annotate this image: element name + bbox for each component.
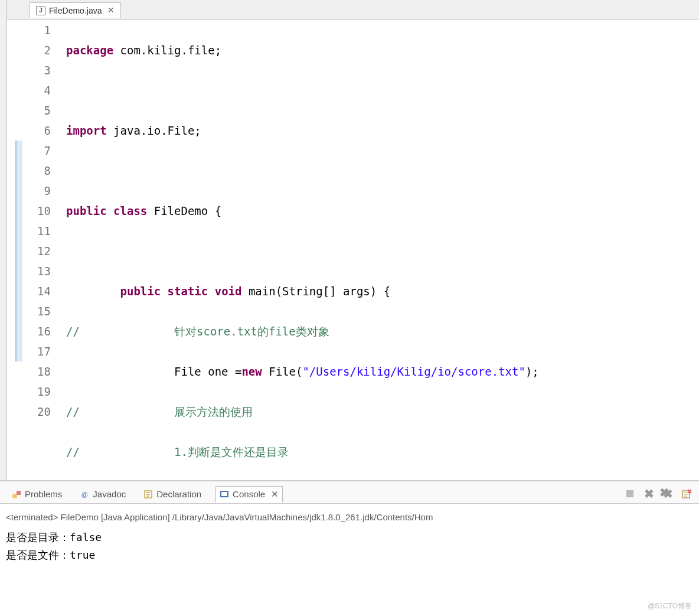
tab-declaration[interactable]: Declaration (140, 487, 205, 501)
watermark: @51CTO博客 (648, 601, 692, 611)
svg-rect-4 (221, 492, 227, 496)
line-number: 13 (25, 261, 51, 281)
clear-console-button[interactable] (680, 487, 693, 500)
problems-icon (12, 490, 21, 499)
view-tab-bar: Problems @ Javadoc Declaration Console ✕… (0, 481, 699, 504)
tab-label: Problems (25, 489, 62, 499)
java-file-icon: J (36, 6, 45, 15)
line-number: 18 (25, 361, 51, 382)
line-number: 19 (25, 382, 51, 402)
line-number: 4 (25, 80, 51, 100)
line-number: 12 (25, 241, 51, 261)
code-line[interactable] (66, 80, 699, 100)
line-number: 3 (25, 60, 51, 80)
bottom-panel: Problems @ Javadoc Declaration Console ✕… (0, 480, 699, 616)
line-number: 2 (25, 40, 51, 60)
tab-console[interactable]: Console ✕ (215, 486, 283, 503)
code-line[interactable]: File one =new File("/Users/kilig/Kilig/i… (66, 361, 699, 382)
editor-tab-bar: J FileDemo.java ✕ (7, 0, 699, 20)
code-editor[interactable]: 1 2 3 4 5 6 7 8 9 10 11 12 13 14 15 16 1… (7, 20, 699, 480)
console-launch-header: <terminated> FileDemo [Java Application]… (6, 509, 693, 526)
editor-pane: J FileDemo.java ✕ 1 2 3 4 5 6 7 (6, 0, 699, 480)
editor-tab-filedemo[interactable]: J FileDemo.java ✕ (30, 2, 121, 18)
line-number: 6 (25, 120, 51, 141)
code-line[interactable] (66, 241, 699, 261)
console-line: 是否是文件：true (6, 546, 693, 564)
line-number: 1 (25, 20, 51, 40)
svg-point-0 (12, 494, 17, 498)
line-number: 16 (25, 321, 51, 341)
line-number: 9 (25, 181, 51, 201)
tab-problems[interactable]: Problems (8, 487, 66, 501)
terminate-button[interactable] (623, 487, 636, 500)
line-number: 15 (25, 301, 51, 321)
line-number: 20 (25, 402, 51, 422)
line-number: 10 (25, 201, 51, 221)
tab-label: Console (233, 489, 265, 499)
line-number: 7 (25, 141, 51, 161)
declaration-icon (143, 490, 153, 499)
console-icon (220, 490, 229, 499)
svg-rect-1 (17, 491, 21, 495)
code-line[interactable]: package com.kilig.file; (66, 40, 699, 60)
line-number: 5 (25, 100, 51, 120)
left-toolbar-stub (0, 0, 6, 480)
line-number: 11 (25, 221, 51, 241)
tab-label: Javadoc (93, 489, 126, 499)
line-number-gutter: 1 2 3 4 5 6 7 8 9 10 11 12 13 14 15 16 1… (25, 20, 53, 480)
javadoc-icon: @ (80, 490, 89, 499)
close-icon[interactable]: ✕ (271, 489, 279, 500)
line-number: 14 (25, 281, 51, 301)
code-content[interactable]: package com.kilig.file; import java.io.F… (53, 20, 699, 480)
line-number: 8 (25, 161, 51, 181)
code-line[interactable]: public class FileDemo { (66, 201, 699, 221)
code-line[interactable]: // 展示方法的使用 (66, 402, 699, 422)
remove-launch-button[interactable]: ✖ (642, 487, 655, 500)
code-line[interactable]: // 针对score.txt的file类对象 (66, 321, 699, 341)
editor-tab-label: FileDemo.java (49, 6, 102, 15)
code-line[interactable]: // 1.判断是文件还是目录 (66, 442, 699, 462)
tab-label: Declaration (156, 489, 201, 499)
console-toolbar: ✖ ✖✖ (623, 487, 693, 500)
code-line[interactable]: public static void main(String[] args) { (66, 281, 699, 301)
code-line[interactable]: import java.io.File; (66, 120, 699, 141)
marker-column (7, 20, 25, 480)
code-line[interactable] (66, 161, 699, 181)
main-area: J FileDemo.java ✕ 1 2 3 4 5 6 7 (0, 0, 699, 480)
remove-all-launches-button[interactable]: ✖✖ (661, 487, 674, 500)
line-number: 17 (25, 341, 51, 361)
console-output[interactable]: <terminated> FileDemo [Java Application]… (0, 504, 699, 616)
close-icon[interactable]: ✕ (107, 5, 115, 15)
console-line: 是否是目录：false (6, 529, 693, 546)
tab-javadoc[interactable]: @ Javadoc (76, 487, 129, 501)
svg-rect-5 (626, 490, 633, 497)
